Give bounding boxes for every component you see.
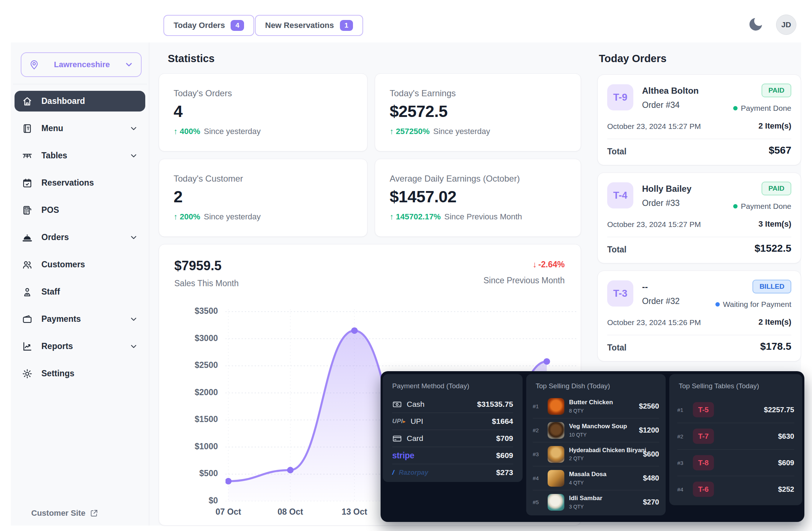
sidebar-item-reservations[interactable]: Reservations [15, 173, 145, 193]
sidebar-item-orders[interactable]: Orders [15, 227, 145, 248]
y-axis-tick: $500 [163, 469, 218, 478]
payment-method-row: stripe $609 [392, 447, 513, 464]
dish-image [548, 470, 564, 487]
y-axis-tick: $0 [163, 496, 218, 506]
sidebar-nav: Dashboard Menu Tables Reservations [15, 91, 145, 390]
stat-value: 4 [174, 102, 353, 121]
table-badge: T-3 [607, 280, 633, 307]
table-row: #2 T-7 $630 [677, 423, 794, 449]
dish-rank: #4 [533, 475, 543, 481]
order-items-count: 3 Item(s) [759, 219, 791, 229]
avatar[interactable]: JD [776, 15, 796, 35]
stat-card-average-daily-earnings: Average Daily Earnings (October) $1457.0… [375, 159, 581, 237]
sidebar-item-settings[interactable]: Settings [15, 363, 145, 384]
arrow-up-icon: ↑ [174, 127, 178, 136]
menu-book-icon [22, 123, 33, 134]
x-axis-tick: 13 Oct [333, 507, 376, 517]
order-number: Order #32 [642, 296, 680, 306]
app-root: Today Orders 4 New Reservations 1 JD Law… [0, 0, 812, 531]
dish-image [548, 398, 564, 415]
chevron-down-icon [124, 60, 134, 69]
data-point [287, 467, 293, 473]
order-number: Order #34 [642, 100, 680, 110]
table-badge: T-5 [693, 402, 714, 417]
table-rank: #1 [677, 407, 687, 413]
total-label: Total [607, 245, 626, 255]
order-card[interactable]: T-9 Althea Bolton Order #34 PAID Payment… [597, 74, 801, 165]
order-card[interactable]: T-4 Holly Bailey Order #33 PAID Payment … [597, 173, 801, 263]
sidebar-item-customers[interactable]: Customers [15, 254, 145, 275]
dish-row: #5 Idli Sambar 3 QTY $270 [533, 490, 659, 514]
dark-mode-toggle[interactable] [747, 16, 764, 33]
sidebar: Lawrenceshire Dashboard Menu Tables [11, 42, 149, 526]
data-point [544, 358, 550, 365]
gear-icon [22, 368, 33, 379]
sidebar-item-payments[interactable]: Payments [15, 309, 145, 329]
cash-icon [392, 400, 402, 409]
table-rank: #2 [677, 433, 687, 439]
chevron-down-icon [129, 151, 138, 160]
sidebar-item-tables[interactable]: Tables [15, 145, 145, 166]
table-row: #1 T-5 $2257.75 [677, 397, 794, 423]
dish-amount: $600 [643, 450, 659, 458]
sidebar-item-pos[interactable]: POS [15, 200, 145, 220]
divider [607, 335, 791, 335]
sidebar-item-label: Orders [41, 232, 69, 242]
sidebar-item-label: Customers [41, 260, 85, 269]
y-axis-tick: $1000 [163, 442, 218, 451]
dish-row: #4 Masala Dosa 4 QTY $480 [533, 466, 659, 490]
today-orders-title: Today Orders [599, 53, 666, 65]
divider [607, 237, 791, 237]
razorpay-logo: / [392, 469, 394, 477]
total-label: Total [607, 147, 626, 157]
table-badge: T-6 [693, 482, 714, 497]
dish-row: #3 Hyderabadi Chicken Biryani 2 QTY $600 [533, 442, 659, 466]
table-badge: T-9 [607, 84, 633, 110]
sidebar-item-staff[interactable]: Staff [15, 281, 145, 302]
new-reservations-button[interactable]: New Reservations 1 [255, 15, 363, 36]
external-link-icon [90, 509, 98, 518]
chevron-down-icon [129, 233, 138, 242]
stat-value: $1457.02 [390, 187, 566, 206]
location-selector[interactable]: Lawrenceshire [21, 52, 142, 77]
dish-amount: $480 [643, 474, 659, 482]
payment-method-label: Cash [407, 400, 425, 409]
avatar-initials: JD [781, 20, 791, 29]
order-datetime: October 23, 2024 15:26 PM [607, 318, 701, 327]
dish-image [548, 494, 564, 511]
top-selling-dish-panel: Top Selling Dish (Today) #1 Butter Chick… [526, 374, 666, 515]
table-row: #3 T-8 $609 [677, 449, 794, 476]
stat-label: Average Daily Earnings (October) [390, 174, 566, 184]
top-selling-tables-panel: Top Selling Tables (Today) #1 T-5 $2257.… [669, 374, 802, 505]
payment-method-label: Card [407, 434, 423, 443]
today-orders-button[interactable]: Today Orders 4 [163, 15, 254, 36]
sidebar-item-menu[interactable]: Menu [15, 118, 145, 139]
sidebar-item-dashboard[interactable]: Dashboard [15, 91, 145, 112]
order-items-count: 2 Item(s) [759, 121, 791, 131]
payment-method-amount: $273 [496, 468, 513, 477]
x-axis-tick: 08 Oct [268, 507, 312, 517]
dish-qty: 8 QTY [569, 408, 634, 414]
dish-rank: #5 [533, 499, 543, 505]
statistics-title: Statistics [168, 53, 215, 65]
stat-delta-note: Since yesterday [433, 127, 490, 136]
customer-site-link[interactable]: Customer Site [31, 508, 98, 518]
chevron-down-icon [129, 124, 138, 133]
dish-rank: #1 [533, 403, 543, 409]
order-card[interactable]: T-3 -- Order #32 BILLED Waiting for Paym… [597, 271, 801, 361]
status-badge: BILLED [752, 280, 791, 293]
dish-amount: $2560 [639, 402, 659, 410]
stripe-logo: stripe [392, 451, 414, 461]
sales-month-label: Sales This Month [174, 279, 239, 288]
order-total: $567 [769, 145, 791, 156]
table-icon [22, 150, 33, 161]
status-dot [733, 106, 738, 110]
top-bar: Today Orders 4 New Reservations 1 JD [0, 0, 812, 42]
upi-logo: UPI▸ [392, 418, 406, 425]
arrow-up-icon: ↑ [390, 212, 394, 222]
table-amount: $252 [778, 485, 795, 494]
arrow-up-icon: ↑ [390, 127, 394, 136]
sidebar-item-reports[interactable]: Reports [15, 336, 145, 357]
sidebar-item-label: Dashboard [41, 96, 85, 106]
stat-delta: 145702.17% [396, 212, 441, 222]
